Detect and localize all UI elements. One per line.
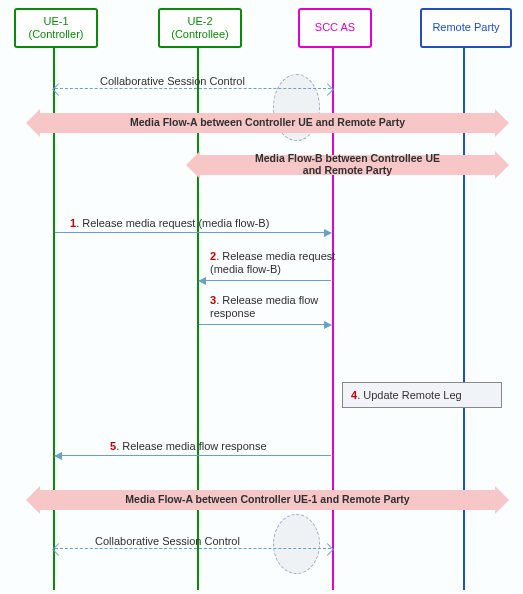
msg3-label: 3. Release media flow response (210, 294, 340, 319)
arrowhead-right-icon (324, 321, 332, 329)
msg5-text: . Release media flow response (116, 440, 266, 452)
note4-text: . Update Remote Leg (357, 389, 462, 401)
msg2-label: 2. Release media request (media flow-B) (210, 250, 340, 275)
sequence-diagram: UE-1 (Controller) UE-2 (Controllee) SCC … (0, 0, 523, 594)
actor-ue2: UE-2 (Controllee) (158, 8, 242, 48)
actor-remote: Remote Party (420, 8, 512, 48)
flow-media-a-top-label: Media Flow-A between Controller UE and R… (126, 117, 409, 129)
msg2-text: . Release media request (media flow-B) (210, 250, 335, 275)
msg5-label: 5. Release media flow response (110, 440, 267, 452)
msg1-text: . Release media request (media flow-B) (76, 217, 269, 229)
arrowhead-right-icon (324, 229, 332, 237)
actor-ue2-role: (Controllee) (171, 28, 228, 41)
arrowhead-left-icon (198, 277, 206, 285)
actor-remote-name: Remote Party (432, 21, 499, 34)
flow-media-a-bottom: Media Flow-A between Controller UE-1 and… (40, 490, 495, 510)
msg3-text: . Release media flow response (210, 294, 318, 319)
actor-ue1: UE-1 (Controller) (14, 8, 98, 48)
flow-media-b: Media Flow-B between Controllee UE and R… (200, 155, 495, 175)
focus-ellipse-bottom (273, 514, 320, 574)
flow-control-bottom-label: Collaborative Session Control (95, 535, 240, 547)
msg1-line (55, 232, 331, 233)
flow-media-a-bottom-label: Media Flow-A between Controller UE-1 and… (121, 494, 413, 506)
flow-control-top-label: Collaborative Session Control (100, 75, 245, 87)
actor-ue2-name: UE-2 (187, 15, 212, 28)
flow-control-bottom (55, 548, 331, 549)
flow-control-top (55, 88, 331, 89)
actor-scc: SCC AS (298, 8, 372, 48)
msg5-line (55, 455, 331, 456)
note-update-remote-leg: 4. Update Remote Leg (342, 382, 502, 408)
msg3-line (199, 324, 331, 325)
flow-media-b-label: Media Flow-B between Controllee UE and R… (251, 153, 444, 176)
arrowhead-left-icon (54, 452, 62, 460)
actor-ue1-name: UE-1 (43, 15, 68, 28)
msg1-label: 1. Release media request (media flow-B) (70, 217, 269, 229)
actor-scc-name: SCC AS (315, 21, 355, 34)
actor-ue1-role: (Controller) (28, 28, 83, 41)
msg2-line (199, 280, 331, 281)
flow-media-a-top: Media Flow-A between Controller UE and R… (40, 113, 495, 133)
